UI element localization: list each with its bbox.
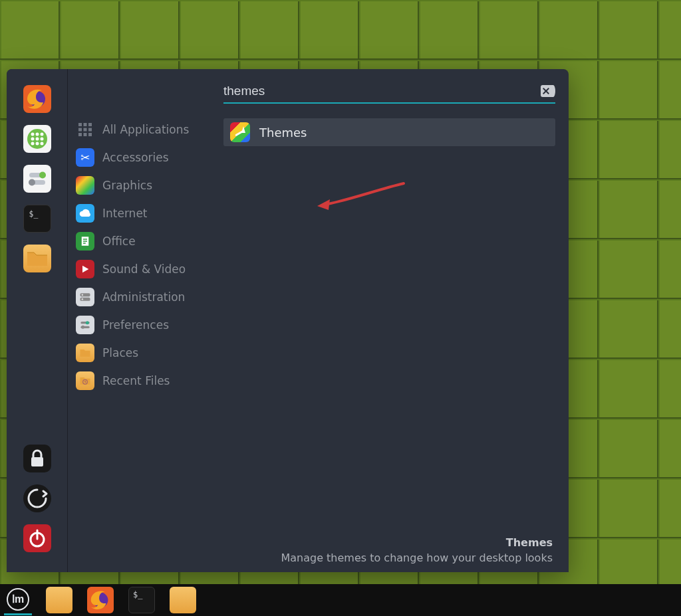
category-internet[interactable]: Internet: [68, 199, 213, 227]
taskbar: ⅼm $_: [0, 584, 681, 616]
svg-rect-24: [88, 128, 92, 132]
toggles-icon: [23, 165, 51, 193]
themes-icon: [230, 122, 250, 142]
application-menu: $_ All Applications ✂ Accessories: [7, 69, 569, 572]
svg-rect-29: [83, 239, 87, 240]
terminal-icon: $_: [128, 587, 155, 613]
apps-grid-icon: [23, 125, 51, 153]
category-all-applications[interactable]: All Applications: [68, 116, 213, 144]
result-themes[interactable]: Themes: [223, 118, 555, 146]
clear-search-button[interactable]: [541, 85, 555, 97]
svg-point-6: [35, 138, 39, 141]
files-launcher[interactable]: [23, 245, 51, 272]
document-icon: [76, 232, 94, 251]
folder-icon: [76, 344, 94, 362]
category-accessories[interactable]: ✂ Accessories: [68, 144, 213, 171]
terminal-taskbar[interactable]: $_: [128, 586, 156, 614]
preferences-icon: [76, 316, 94, 334]
recent-icon: [76, 371, 94, 390]
category-label: Recent Files: [102, 374, 170, 387]
mint-logo-icon: ⅼm: [7, 588, 29, 611]
svg-point-35: [82, 298, 84, 300]
svg-point-4: [40, 133, 43, 136]
result-label: Themes: [259, 126, 307, 140]
lock-icon: [23, 445, 51, 472]
svg-point-5: [31, 138, 34, 141]
svg-rect-30: [83, 241, 87, 242]
category-graphics[interactable]: Graphics: [68, 171, 213, 199]
firefox-launcher[interactable]: [23, 85, 51, 113]
graphics-icon: [76, 176, 94, 195]
svg-point-14: [29, 179, 35, 186]
svg-rect-19: [78, 123, 82, 126]
category-sound-video[interactable]: Sound & Video: [68, 255, 213, 283]
logout-button[interactable]: [23, 484, 51, 512]
svg-point-7: [40, 138, 43, 141]
svg-rect-20: [84, 123, 87, 126]
category-label: Sound & Video: [102, 262, 186, 276]
category-label: Administration: [102, 290, 185, 304]
svg-point-39: [81, 326, 84, 329]
category-label: Graphics: [102, 179, 152, 192]
category-places[interactable]: Places: [68, 339, 213, 367]
svg-text:$_: $_: [29, 209, 38, 219]
firefox-icon: [23, 85, 51, 113]
scissors-icon: ✂: [76, 148, 94, 167]
files-taskbar-2[interactable]: [169, 586, 197, 614]
favorites-column: $_: [7, 69, 68, 572]
svg-rect-26: [84, 133, 87, 136]
search-input[interactable]: [223, 84, 541, 98]
grid-icon: [76, 120, 94, 139]
menu-button[interactable]: ⅼm: [4, 585, 32, 615]
category-recent-files[interactable]: Recent Files: [68, 367, 213, 395]
logout-icon: [23, 484, 51, 512]
lock-screen-button[interactable]: [23, 445, 51, 472]
search-row: [223, 84, 555, 104]
result-description: Themes Manage themes to change how your …: [218, 536, 555, 565]
category-label: Office: [102, 235, 136, 248]
svg-rect-27: [88, 133, 92, 136]
svg-rect-16: [31, 457, 43, 466]
svg-rect-21: [88, 123, 92, 126]
result-description-text: Manage themes to change how your desktop…: [218, 551, 553, 565]
svg-point-3: [35, 133, 39, 136]
svg-point-10: [40, 142, 43, 146]
category-label: Preferences: [102, 318, 169, 332]
svg-point-9: [35, 142, 39, 146]
results-area: Themes Themes Manage themes to change ho…: [213, 69, 569, 572]
category-label: All Applications: [102, 123, 189, 136]
svg-point-34: [82, 294, 84, 296]
category-label: Places: [102, 346, 138, 359]
firefox-icon: [87, 587, 114, 613]
category-label: Internet: [102, 207, 148, 220]
results-list: Themes: [223, 118, 555, 146]
svg-rect-31: [83, 243, 86, 244]
svg-rect-25: [78, 133, 82, 136]
system-settings-launcher[interactable]: [23, 165, 51, 193]
svg-point-8: [31, 142, 34, 146]
admin-icon: [76, 288, 94, 306]
category-preferences[interactable]: Preferences: [68, 311, 213, 339]
svg-rect-22: [78, 128, 82, 132]
play-icon: [76, 260, 94, 278]
folder-icon: [23, 245, 51, 272]
svg-point-37: [86, 321, 89, 324]
terminal-icon: $_: [24, 205, 51, 232]
folder-icon: [46, 587, 72, 613]
svg-point-2: [31, 133, 34, 136]
firefox-taskbar[interactable]: [86, 586, 114, 614]
all-apps-launcher[interactable]: [23, 125, 51, 153]
cloud-icon: [76, 204, 94, 223]
power-icon: [23, 524, 51, 552]
category-administration[interactable]: Administration: [68, 283, 213, 311]
files-taskbar[interactable]: [45, 586, 73, 614]
categories-column: All Applications ✂ Accessories Graphics …: [68, 69, 213, 572]
category-office[interactable]: Office: [68, 227, 213, 255]
folder-icon: [170, 587, 196, 613]
svg-rect-23: [84, 128, 87, 132]
category-label: Accessories: [102, 151, 169, 164]
terminal-launcher[interactable]: $_: [23, 205, 51, 233]
result-description-title: Themes: [218, 536, 553, 550]
power-button[interactable]: [23, 524, 51, 552]
svg-point-12: [39, 172, 46, 179]
